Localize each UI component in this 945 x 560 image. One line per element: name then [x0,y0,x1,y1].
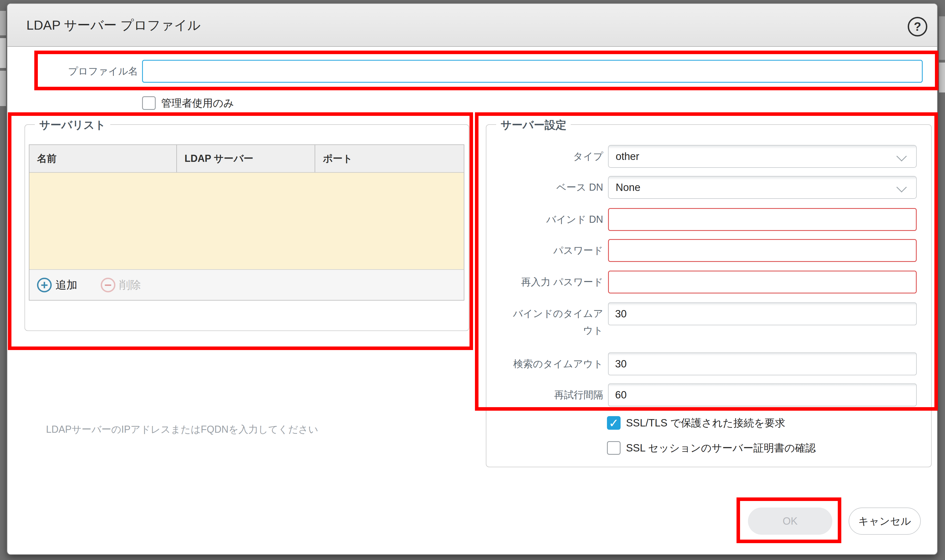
base-dn-select[interactable]: None [608,176,917,199]
remove-icon: − [101,278,116,292]
column-header-ldap-server[interactable]: LDAP サーバー [176,145,314,172]
admin-only-label: 管理者使用のみ [161,96,234,110]
help-icon[interactable]: ? [908,17,927,37]
base-dn-label: ベース DN [508,176,603,199]
background-fragment [939,63,945,92]
dialog-title: LDAP サーバー プロファイル [26,4,200,47]
type-select[interactable]: other [608,145,917,168]
delete-server-button[interactable]: − 削除 [101,277,141,292]
bind-dn-input[interactable] [608,208,917,231]
column-header-port[interactable]: ポート [314,145,464,172]
server-table: 名前 LDAP サーバー ポート + 追加 − 削除 [29,145,464,300]
require-ssl-checkbox[interactable]: ✓ [607,416,621,430]
password-input[interactable] [608,239,917,262]
add-server-button[interactable]: + 追加 [37,277,77,292]
background-fragment [0,71,6,106]
search-timeout-input[interactable] [608,352,917,375]
search-timeout-label: 検索のタイムアウト [508,352,603,375]
background-fragment [0,11,6,35]
bind-dn-label: バインド DN [508,208,603,231]
cancel-button[interactable]: キャンセル [849,508,921,535]
ldap-server-profile-dialog: LDAP サーバー プロファイル ? プロファイル名 管理者使用のみ サーバリス… [7,3,938,555]
background-fragment [939,16,945,60]
verify-cert-checkbox[interactable] [607,441,621,455]
profile-name-label: プロファイル名 [33,60,138,83]
retype-password-input[interactable] [608,271,917,294]
server-list-legend: サーバリスト [35,117,110,132]
verify-cert-label: SSL セッションのサーバー証明書の確認 [626,441,816,455]
retry-interval-label: 再試行間隔 [508,383,603,406]
bind-timeout-label: バインドのタイムアウト [508,305,603,339]
server-settings-legend: サーバー設定 [496,117,571,132]
chevron-down-icon [896,151,906,161]
server-list-fieldset: サーバリスト 名前 LDAP サーバー ポート + 追加 − 削除 LDAPサー… [25,124,469,331]
bind-timeout-input[interactable] [608,302,917,325]
column-header-name[interactable]: 名前 [29,145,176,172]
add-icon: + [37,278,52,292]
server-list-hint: LDAPサーバーのIPアドレスまたはFQDNを入力してください [46,423,318,436]
retry-interval-input[interactable] [608,383,917,406]
server-table-footer: + 追加 − 削除 [29,269,464,300]
server-table-header: 名前 LDAP サーバー ポート [29,145,464,173]
chevron-down-icon [896,182,906,192]
require-ssl-label: SSL/TLS で保護された接続を要求 [626,416,785,430]
password-label: パスワード [508,239,603,262]
admin-only-checkbox[interactable] [142,96,156,110]
background-fragment [0,38,6,68]
type-label: タイプ [508,145,603,168]
profile-name-input[interactable] [142,60,923,83]
server-table-body [29,173,464,269]
dialog-titlebar: LDAP サーバー プロファイル ? [7,4,937,47]
ok-button[interactable]: OK [748,508,832,535]
retype-password-label: 再入力 パスワード [508,271,603,294]
check-icon: ✓ [609,416,619,430]
